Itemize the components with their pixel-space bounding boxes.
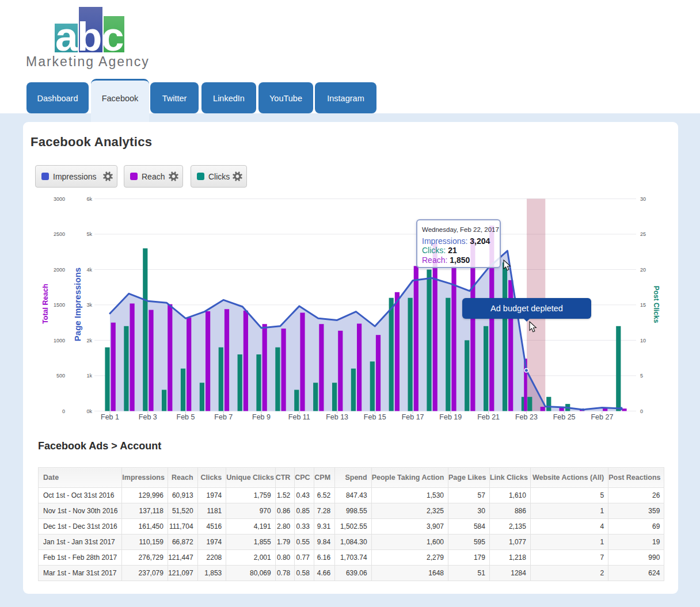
svg-text:3000: 3000	[54, 196, 65, 202]
svg-text:5: 5	[640, 373, 643, 379]
svg-text:4k: 4k	[86, 267, 92, 273]
svg-text:Post Clicks: Post Clicks	[652, 286, 660, 323]
svg-text:0k: 0k	[86, 409, 92, 414]
svg-text:Feb 1: Feb 1	[101, 413, 119, 421]
svg-text:Feb 7: Feb 7	[214, 413, 233, 421]
svg-text:Feb 13: Feb 13	[326, 413, 348, 421]
svg-text:10: 10	[640, 338, 646, 343]
svg-text:2500: 2500	[54, 231, 65, 237]
svg-text:Feb 27: Feb 27	[591, 413, 613, 421]
svg-text:Feb 15: Feb 15	[364, 413, 386, 421]
svg-text:Feb 3: Feb 3	[139, 413, 157, 421]
svg-text:25: 25	[640, 231, 646, 237]
svg-text:6k: 6k	[86, 196, 92, 202]
svg-text:2k: 2k	[86, 338, 92, 343]
svg-text:5k: 5k	[86, 231, 92, 237]
svg-text:Feb 17: Feb 17	[402, 413, 424, 421]
svg-text:Feb 23: Feb 23	[515, 413, 538, 421]
svg-text:Feb 25: Feb 25	[553, 413, 576, 421]
svg-text:3k: 3k	[86, 302, 92, 308]
svg-text:500: 500	[56, 373, 65, 379]
svg-text:20: 20	[640, 267, 646, 273]
svg-text:Feb 5: Feb 5	[177, 413, 195, 421]
svg-text:1000: 1000	[54, 338, 65, 343]
svg-text:0: 0	[640, 409, 643, 414]
svg-text:Page Impressions: Page Impressions	[73, 268, 82, 341]
svg-text:Feb 21: Feb 21	[477, 413, 500, 421]
svg-text:15: 15	[640, 302, 646, 308]
svg-text:1k: 1k	[86, 373, 92, 379]
svg-text:Feb 19: Feb 19	[439, 413, 462, 421]
svg-text:2000: 2000	[54, 267, 65, 273]
svg-text:Total Reach: Total Reach	[41, 284, 50, 324]
svg-text:0: 0	[62, 409, 65, 414]
svg-text:Feb 11: Feb 11	[288, 413, 310, 421]
svg-text:30: 30	[640, 196, 646, 202]
svg-text:Feb 9: Feb 9	[252, 413, 271, 421]
svg-text:1500: 1500	[54, 302, 65, 308]
